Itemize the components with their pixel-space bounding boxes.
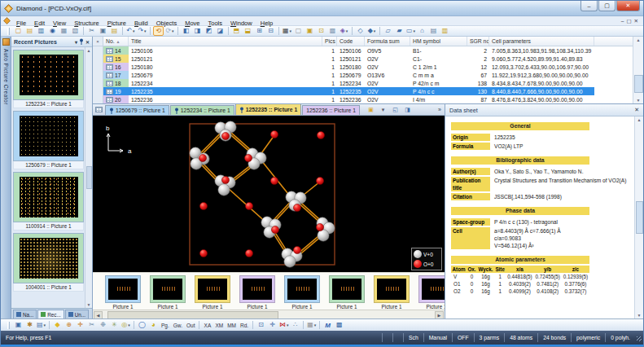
panel-tab-rec[interactable]: Rec... [37, 310, 64, 318]
picture-view-button[interactable]: ⊟ [265, 26, 276, 36]
auto-picture-creator-button[interactable]: ▣ [13, 320, 24, 330]
picture-tab[interactable]: 1250679 :: Picture 1 [105, 105, 169, 115]
break-bonds-button[interactable]: ✂ [86, 320, 97, 330]
data-window-button[interactable]: ◨ [192, 26, 203, 36]
data-sheet-toggle-button[interactable]: ⬓ [243, 26, 253, 36]
scroll-down-icon[interactable]: ▼ [637, 98, 641, 103]
add-all-atoms-button[interactable]: ⊕ [64, 320, 74, 330]
panel-tab-un[interactable]: Un... [65, 310, 89, 318]
view-along-c-button[interactable]: ▭▾ [405, 26, 416, 36]
new-document-button[interactable]: ▢ [13, 26, 24, 36]
structure-viewport[interactable]: ba V+0O+0 [93, 116, 445, 272]
render-button[interactable]: ▩ [334, 320, 344, 330]
pin-icon[interactable] [79, 38, 84, 45]
column-header-no-[interactable]: No.▲ [103, 37, 129, 46]
undo-button[interactable]: ↶▾ [125, 26, 136, 36]
toolbar-grip[interactable] [7, 28, 10, 35]
grow-fragment-button[interactable]: ✳ [109, 320, 120, 330]
auto-picture-creator-tab[interactable]: Auto Picture Creator [3, 49, 9, 105]
picture-creation-settings-button[interactable]: ✱ [24, 320, 35, 330]
thermal-ellipsoids-button[interactable]: ◯ [137, 320, 147, 330]
dropdown-arrow-icon[interactable]: ▾ [346, 29, 348, 33]
connect-atoms-button[interactable]: ❉ [98, 320, 108, 330]
coordination-xm-button[interactable]: XM [213, 320, 225, 330]
radii-button[interactable]: Rd. [239, 320, 250, 330]
dropdown-arrow-icon[interactable]: ▾ [314, 323, 317, 327]
scroll-down-icon[interactable]: ▼ [87, 302, 91, 307]
recent-picture-item[interactable]: 1252234 :: Picture 1 [13, 50, 84, 108]
open-file-button[interactable]: ▤ [24, 26, 35, 36]
panel-close-icon[interactable]: ✕ [85, 39, 90, 45]
doc-close-button[interactable]: ✕ [634, 18, 638, 24]
scrollbar-thumb[interactable] [636, 201, 643, 234]
column-header-sgr-no-[interactable]: SGR no. [467, 37, 489, 46]
full-window-button[interactable]: ◪ [215, 26, 226, 36]
table-row[interactable]: 14125010611250106O9V5B1-27.005,8.363,10.… [93, 46, 643, 55]
space-filling-button[interactable]: ◕ [148, 320, 159, 330]
float-window-button[interactable]: ◱ [390, 105, 401, 115]
crystal-structure-canvas[interactable]: ba [93, 116, 443, 272]
column-header-code[interactable]: Code [337, 37, 365, 46]
filmstrip-item[interactable]: Picture 1 [239, 275, 275, 310]
filmstrip-item[interactable]: Picture 1 [418, 275, 445, 310]
cut-button[interactable]: ✂ [86, 26, 97, 36]
cut-out-button[interactable]: Out [185, 320, 196, 330]
polyhedra-button[interactable]: ⋈▾ [278, 320, 289, 330]
doc-restore-button[interactable]: ▢ [626, 18, 631, 24]
scroll-up-icon[interactable]: ▲ [87, 48, 91, 53]
sidebar-scrollbar[interactable]: ▲ ▼ [85, 47, 92, 308]
resize-grip[interactable] [635, 333, 643, 342]
picture-wizard-button[interactable]: ◈▾ [339, 26, 349, 36]
table-row[interactable]: 15125012111250121O2VC1-29.060,5.772,4.52… [93, 55, 643, 63]
filmstrip-item[interactable]: Picture 1 [374, 275, 410, 310]
pin-tabs-button[interactable]: ◨ [402, 105, 413, 115]
recent-picture-item[interactable]: 1004001 :: Picture 1 [13, 233, 84, 292]
coordination-mm-button[interactable]: MM [226, 320, 238, 330]
maximize-button[interactable]: ▢ [598, 1, 616, 11]
grow-button[interactable]: Gw. [172, 320, 184, 330]
home-view-button[interactable]: ⌂ [417, 26, 427, 36]
filmstrip-item[interactable]: Picture 1 [105, 275, 141, 310]
coordination-xa-button[interactable]: XA [202, 320, 212, 330]
atomic-row[interactable]: V016g10.44818(5)0.72455(5)0.12939(5) [451, 273, 589, 280]
save-view-button[interactable]: ▥ [440, 26, 450, 36]
redo-button[interactable]: ↷▾ [137, 26, 147, 36]
dropdown-arrow-icon[interactable]: ▾ [290, 29, 292, 33]
copy-button[interactable]: ▣ [98, 26, 108, 36]
picture-creation-menu-button[interactable]: ▤▾ [36, 320, 46, 330]
data-sheet-close-icon[interactable]: ✕ [634, 107, 639, 113]
paste-button[interactable]: ▤ [109, 26, 120, 36]
find-button[interactable]: ◉ [47, 26, 58, 36]
print-preview-button[interactable]: ▧ [70, 26, 81, 36]
table-mode-button[interactable]: ▦▾ [282, 26, 292, 36]
table-view-button[interactable]: ⊞ [254, 26, 265, 36]
auto-update-button[interactable]: ⟳▾ [164, 26, 175, 36]
toolbar-grip[interactable] [7, 322, 10, 329]
scrollbar-thumb[interactable] [634, 75, 643, 93]
pattern-button[interactable]: ▦▾ [306, 320, 317, 330]
picture-properties-button[interactable]: ▩ [327, 26, 338, 36]
scroll-up-icon[interactable]: ▲ [637, 37, 641, 42]
split-window-button[interactable]: ◩ [204, 26, 214, 36]
new-picture-button[interactable]: ▣ [304, 26, 315, 36]
minimize-button[interactable]: – [580, 1, 598, 11]
view-along-b-button[interactable]: ▰ [394, 26, 405, 36]
new-picture-tab-button[interactable]: ▣ [366, 105, 376, 115]
panel-tab-na[interactable]: Na... [13, 310, 37, 318]
tab-strip-icon[interactable] [95, 107, 103, 112]
structure-window-button[interactable]: ◧ [181, 26, 191, 36]
update-picture-button[interactable]: ⟲ [153, 26, 164, 36]
duplicate-picture-button[interactable]: ⊡ [316, 26, 326, 36]
table-row[interactable]: 18125223411252234O2VP 42/n c m1388.434,8… [93, 79, 643, 87]
filmstrip-item[interactable]: Picture 1 [195, 275, 230, 310]
print-button[interactable]: ▦ [59, 26, 69, 36]
dropdown-arrow-icon[interactable]: ▾ [172, 29, 174, 33]
data-brief-button[interactable]: ⬒ [231, 26, 242, 36]
dropdown-arrow-icon[interactable]: ▾ [374, 29, 376, 33]
table-row[interactable]: 20125223611252236O2VI 4/m878.476,8.476,3… [93, 95, 643, 103]
column-header-title[interactable]: Title [129, 37, 322, 46]
dropdown-arrow-icon[interactable]: ▾ [128, 323, 130, 327]
column-header-pics[interactable]: Pics [322, 37, 337, 46]
dropdown-arrow-icon[interactable]: ▾ [44, 323, 46, 327]
dropdown-arrow-icon[interactable]: ▾ [144, 29, 147, 33]
